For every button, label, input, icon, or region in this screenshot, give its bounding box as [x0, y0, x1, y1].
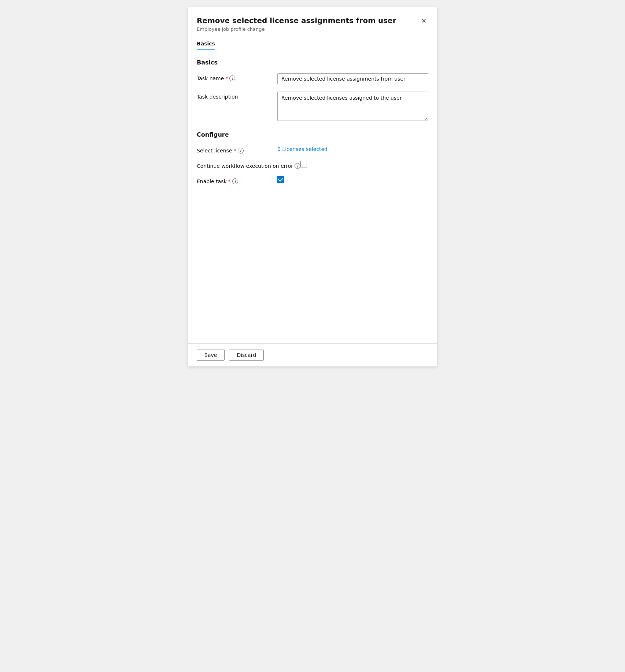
task-desc-row: Task description Remove selected license…: [197, 92, 428, 122]
select-license-link[interactable]: 0 Licenses selected: [277, 146, 328, 152]
task-desc-textarea[interactable]: Remove selected licenses assigned to the…: [277, 92, 428, 121]
configure-heading: Configure: [197, 131, 428, 138]
continue-workflow-label: Continue workflow execution on error i: [197, 161, 300, 169]
task-name-input[interactable]: [277, 73, 428, 84]
continue-workflow-info-icon: i: [295, 163, 300, 169]
tabs-nav: Basics: [188, 32, 437, 50]
save-button[interactable]: Save: [197, 350, 225, 361]
panel-content: Basics Task name * i Task description Re…: [188, 50, 437, 343]
task-desc-label: Task description: [197, 92, 277, 100]
continue-workflow-checkbox[interactable]: [300, 161, 307, 167]
select-license-wrapper: 0 Licenses selected: [277, 145, 428, 152]
continue-workflow-wrapper: [300, 161, 428, 167]
task-desc-wrapper: Remove selected licenses assigned to the…: [277, 92, 428, 122]
panel-footer: Save Discard: [188, 343, 437, 366]
enable-task-label: Enable task * i: [197, 176, 277, 184]
task-name-wrapper: [277, 73, 428, 84]
enable-task-required: *: [228, 178, 231, 184]
enable-task-checkbox[interactable]: [277, 176, 284, 183]
discard-button[interactable]: Discard: [229, 350, 264, 361]
select-license-row: Select license * i 0 Licenses selected: [197, 145, 428, 154]
task-name-label: Task name * i: [197, 73, 277, 81]
close-icon: ✕: [421, 17, 426, 25]
enable-task-row: Enable task * i: [197, 176, 428, 184]
panel: Remove selected license assignments from…: [188, 7, 437, 366]
enable-task-info-icon: i: [232, 178, 238, 184]
continue-workflow-row: Continue workflow execution on error i: [197, 161, 428, 169]
enable-task-wrapper: [277, 176, 428, 183]
panel-header: Remove selected license assignments from…: [188, 7, 437, 32]
basics-section-heading: Basics: [197, 59, 428, 66]
task-name-row: Task name * i: [197, 73, 428, 84]
select-license-label: Select license * i: [197, 145, 277, 154]
close-button[interactable]: ✕: [418, 15, 430, 26]
select-license-info-icon: i: [238, 148, 244, 154]
panel-title: Remove selected license assignments from…: [197, 16, 428, 25]
select-license-required: *: [234, 148, 236, 154]
tab-basics[interactable]: Basics: [197, 38, 215, 50]
task-name-info-icon: i: [229, 75, 235, 81]
panel-subtitle: Employee job profile change: [197, 26, 428, 32]
configure-section: Configure Select license * i 0 Licenses …: [197, 131, 428, 184]
task-name-required: *: [225, 75, 228, 81]
